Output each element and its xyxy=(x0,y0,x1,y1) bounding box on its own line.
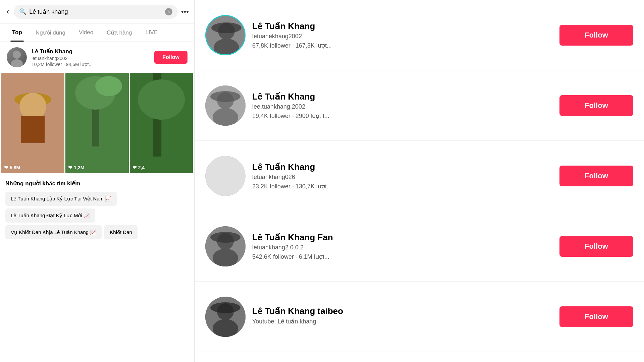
heart-icon-3: ❤ xyxy=(132,165,137,171)
video-thumb-1[interactable]: ❤ 5,8M xyxy=(1,73,64,173)
user-info-2: Lê Tuấn Khang letuankhang026 23,2K follo… xyxy=(252,162,553,190)
user-name-0: Lê Tuấn Khang xyxy=(252,21,553,32)
video-stats-1: ❤ 5,8M xyxy=(4,165,20,171)
user-handle-0: letuanekhang2002 xyxy=(252,33,553,40)
svg-rect-21 xyxy=(206,156,246,196)
svg-point-20 xyxy=(210,91,240,102)
search-bar: ‹ 🔍 × ••• xyxy=(0,0,194,24)
top-name: Lê Tuấn Khang xyxy=(32,48,150,55)
search-input[interactable] xyxy=(29,8,162,15)
user-row-1: Lê Tuấn Khang lee.tuankhang.2002 19,4K f… xyxy=(195,70,644,141)
video-thumb-3[interactable]: ❤ 2,4 xyxy=(130,73,193,173)
user-handle-1: lee.tuankhang.2002 xyxy=(252,103,553,110)
follow-button-4[interactable]: Follow xyxy=(559,306,633,327)
tab-users[interactable]: Người dùng xyxy=(29,24,72,42)
heart-icon: ❤ xyxy=(4,165,8,171)
svg-point-1 xyxy=(11,59,23,67)
user-stats-1: 19,4K follower · 2900 lượt t... xyxy=(252,112,553,120)
follow-button-top[interactable]: Follow xyxy=(154,51,187,64)
others-section: Những người khác tìm kiếm Lê Tuấn Khang … xyxy=(0,173,194,243)
svg-rect-5 xyxy=(21,116,45,143)
svg-point-9 xyxy=(95,76,122,96)
follow-button-3[interactable]: Follow xyxy=(559,236,633,257)
heart-icon-2: ❤ xyxy=(68,165,72,171)
tabs: Top Người dùng Video Cửa hàng LIVE xyxy=(0,24,194,42)
user-handle-4: Youtube: Lê tuấn khang xyxy=(252,318,553,325)
user-stats-2: 23,2K follower · 130,7K lượt... xyxy=(252,183,553,190)
user-handle-3: letuankhang2.0.0.2 xyxy=(252,244,553,251)
user-avatar-2 xyxy=(205,156,246,196)
video-image-3 xyxy=(130,73,193,173)
user-info-0: Lê Tuấn Khang letuanekhang2002 67,8K fol… xyxy=(252,21,553,49)
tab-video[interactable]: Video xyxy=(72,24,100,42)
left-panel: ‹ 🔍 × ••• Top Người dùng Video Cửa hàng … xyxy=(0,0,195,362)
user-info-4: Lê Tuấn Khang taibeo Youtube: Lê tuấn kh… xyxy=(252,306,553,327)
search-tag-0[interactable]: Lê Tuấn Khang Lập Kỷ Lục Tại Việt Nam 📈 xyxy=(5,192,117,206)
user-row-3: Lê Tuấn Khang Fan letuankhang2.0.0.2 542… xyxy=(195,211,644,282)
search-tag-2[interactable]: Vụ Khiết Đan Khịa Lê Tuấn Khang 📈 xyxy=(5,225,102,239)
svg-point-4 xyxy=(19,93,46,120)
user-avatar-0 xyxy=(205,15,246,55)
svg-point-29 xyxy=(210,302,240,313)
video-stats-2: ❤ 1,2M xyxy=(68,165,84,171)
top-info: Lê Tuấn Khang letuankhang2002 10,2M foll… xyxy=(32,48,150,67)
avatar-container-1 xyxy=(205,85,246,126)
avatar-svg-2 xyxy=(206,156,246,196)
svg-point-12 xyxy=(138,79,185,120)
svg-point-16 xyxy=(211,22,241,33)
avatar-container-4 xyxy=(205,297,246,337)
top-avatar xyxy=(7,47,27,67)
avatar-container-3 xyxy=(205,226,246,266)
user-row-2: Lê Tuấn Khang letuankhang026 23,2K follo… xyxy=(195,141,644,211)
video-image-2 xyxy=(65,73,128,173)
more-button[interactable]: ••• xyxy=(181,7,189,16)
avatar-svg-3 xyxy=(205,226,246,266)
back-button[interactable]: ‹ xyxy=(5,6,10,17)
user-stats-3: 542,6K follower · 6,1M lượt... xyxy=(252,253,553,260)
user-name-2: Lê Tuấn Khang xyxy=(252,162,553,172)
svg-point-0 xyxy=(13,51,21,59)
avatar-svg-1 xyxy=(205,85,246,126)
top-handle: letuankhang2002 xyxy=(32,56,150,61)
avatar-silhouette xyxy=(7,47,27,67)
video-grid: ❤ 5,8M ❤ 1,2M ❤ 2,4 xyxy=(0,73,194,173)
user-name-3: Lê Tuấn Khang Fan xyxy=(252,232,553,243)
user-name-4: Lê Tuấn Khang taibeo xyxy=(252,306,553,316)
video-thumb-2[interactable]: ❤ 1,2M xyxy=(65,73,128,173)
svg-point-25 xyxy=(210,232,240,243)
follow-button-0[interactable]: Follow xyxy=(559,25,633,46)
user-avatar-1 xyxy=(205,85,246,126)
user-row-0: Lê Tuấn Khang letuanekhang2002 67,8K fol… xyxy=(195,0,644,70)
avatar-svg-0 xyxy=(206,16,246,55)
clear-button[interactable]: × xyxy=(165,8,172,15)
search-input-wrap: 🔍 × xyxy=(14,5,178,19)
avatar-container-2 xyxy=(205,156,246,196)
search-tag-3[interactable]: Khiết Đan xyxy=(104,225,138,239)
user-info-3: Lê Tuấn Khang Fan letuankhang2.0.0.2 542… xyxy=(252,232,553,260)
follow-button-1[interactable]: Follow xyxy=(559,95,633,116)
search-tags: Lê Tuấn Khang Lập Kỷ Lục Tại Việt Nam 📈 … xyxy=(5,192,189,239)
user-stats-0: 67,8K follower · 167,3K lượt... xyxy=(252,42,553,49)
tab-live[interactable]: LIVE xyxy=(139,24,164,42)
user-avatar-4 xyxy=(205,297,246,337)
others-title: Những người khác tìm kiếm xyxy=(5,180,189,187)
top-result: Lê Tuấn Khang letuankhang2002 10,2M foll… xyxy=(0,42,194,73)
right-panel: Lê Tuấn Khang letuanekhang2002 67,8K fol… xyxy=(195,0,644,362)
tab-top[interactable]: Top xyxy=(5,24,29,42)
user-info-1: Lê Tuấn Khang lee.tuankhang.2002 19,4K f… xyxy=(252,92,553,120)
user-avatar-3 xyxy=(205,226,246,266)
search-tag-1[interactable]: Lê Tuấn Khang Đạt Kỷ Lục Mới 📈 xyxy=(5,208,95,223)
user-row-4: Lê Tuấn Khang taibeo Youtube: Lê tuấn kh… xyxy=(195,282,644,352)
top-stats: 10,2M follower · 94,6M lượt... xyxy=(32,62,150,67)
video-image-1 xyxy=(1,73,64,173)
user-handle-2: letuankhang026 xyxy=(252,174,553,181)
user-name-1: Lê Tuấn Khang xyxy=(252,92,553,102)
follow-button-2[interactable]: Follow xyxy=(559,166,633,186)
search-icon: 🔍 xyxy=(19,8,26,15)
avatar-container-0 xyxy=(205,15,246,55)
avatar-svg-4 xyxy=(205,297,246,337)
video-stats-3: ❤ 2,4 xyxy=(132,165,145,171)
tab-store[interactable]: Cửa hàng xyxy=(100,24,139,42)
